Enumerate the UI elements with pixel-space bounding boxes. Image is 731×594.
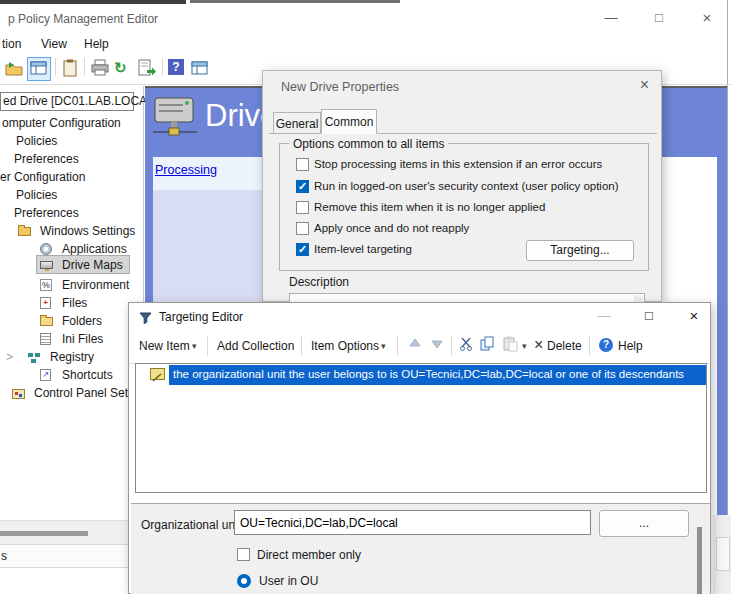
checkbox-label[interactable]: Stop processing items in this extension … — [314, 158, 602, 170]
tree-item-registry[interactable]: > Registry — [0, 348, 142, 366]
minimize-icon[interactable]: — — [589, 306, 619, 326]
move-up-icon[interactable] — [407, 336, 423, 356]
item-options-button[interactable]: Item Options — [311, 339, 379, 353]
copy-icon[interactable] — [480, 336, 495, 356]
checkbox-label[interactable]: Item-level targeting — [314, 243, 412, 255]
close-icon[interactable]: × — [679, 306, 709, 326]
direct-member-label[interactable]: Direct member only — [257, 548, 361, 562]
targeting-item-icon — [150, 368, 165, 380]
pane-right-blue-strip — [717, 157, 727, 515]
organizational-unit-input[interactable] — [234, 510, 591, 535]
checkbox-item-level-targeting[interactable] — [296, 243, 309, 256]
console-tree-toggle-icon[interactable] — [27, 57, 51, 81]
toolbar-separator — [397, 336, 398, 356]
tree-item-environment[interactable]: % Environment — [0, 276, 142, 294]
percent-icon: % — [40, 279, 52, 291]
checkbox-label[interactable]: Run in logged-on user's security context… — [314, 180, 619, 192]
toolbar-separator — [84, 58, 85, 76]
checkbox-label[interactable]: Remove this item when it is no longer ap… — [314, 201, 545, 213]
tree-hscrollbar-track[interactable] — [0, 520, 142, 545]
tree-item-ini-files[interactable]: Ini Files — [0, 330, 142, 348]
behind-window-edge-2 — [190, 0, 400, 3]
processing-strip: Processing — [153, 157, 262, 190]
tree-item-drive-maps[interactable]: Drive Maps — [0, 254, 142, 274]
checkbox-stop-processing[interactable] — [296, 158, 309, 171]
targeting-item-list[interactable]: the organizational unit the user belongs… — [135, 363, 707, 493]
targeting-rule-text[interactable]: the organizational unit the user belongs… — [173, 368, 684, 380]
maximize-button[interactable]: □ — [644, 8, 674, 28]
export-folder-icon[interactable] — [5, 59, 23, 77]
description-label: Description — [289, 275, 349, 289]
organizational-unit-label: Organizational unit — [141, 518, 241, 532]
chevron-down-icon[interactable]: ▾ — [192, 341, 197, 351]
help-icon[interactable]: ? — [599, 338, 613, 352]
toolbar-separator — [55, 58, 56, 76]
direct-member-checkbox[interactable] — [237, 548, 250, 561]
user-in-ou-radio[interactable] — [237, 574, 251, 588]
tree-item-folders[interactable]: Folders — [0, 312, 142, 330]
paste-icon[interactable] — [503, 336, 518, 356]
chevron-down-icon[interactable]: ▾ — [381, 341, 386, 351]
checkbox-remove-item[interactable] — [296, 201, 309, 214]
processing-link[interactable]: Processing — [155, 163, 217, 177]
tree-item-policies-2[interactable]: Policies — [0, 186, 142, 204]
refresh-icon[interactable]: ↻ — [114, 59, 132, 77]
tree-item-root[interactable]: ed Drive [DC01.LAB.LOCA — [0, 92, 142, 110]
tree-item-preferences[interactable]: Preferences — [0, 150, 142, 168]
print-icon[interactable] — [90, 59, 110, 77]
files-icon: + — [40, 297, 51, 309]
shortcuts-icon: ↗ — [40, 369, 51, 381]
window-title: p Policy Management Editor — [8, 12, 158, 26]
dialog-title: Targeting Editor — [159, 310, 243, 324]
dialog-title: New Drive Properties — [281, 80, 399, 94]
export-list-icon[interactable] — [137, 59, 156, 77]
tree-item-computer-configuration[interactable]: omputer Configuration — [0, 114, 142, 132]
checkbox-run-in-context[interactable] — [296, 180, 309, 193]
toolbar-separator — [162, 58, 163, 76]
close-button[interactable]: × — [692, 8, 722, 28]
partial-text: s — [1, 549, 7, 563]
delete-x-icon[interactable]: × — [534, 336, 543, 354]
checkbox-apply-once[interactable] — [296, 222, 309, 235]
cut-icon[interactable] — [459, 336, 474, 356]
details-vscrollbar-thumb[interactable] — [697, 527, 702, 594]
chevron-down-icon[interactable]: ▾ — [522, 341, 527, 351]
add-collection-button[interactable]: Add Collection — [217, 339, 294, 353]
menu-item-help[interactable]: Help — [84, 37, 109, 51]
toolbar-separator — [207, 336, 208, 356]
close-icon[interactable]: × — [640, 76, 649, 94]
tree-item-preferences-2[interactable]: Preferences — [0, 204, 142, 222]
targeting-button[interactable]: Targeting... — [526, 240, 634, 261]
expander-chevron-icon[interactable]: > — [6, 350, 13, 364]
tree-item-user-configuration[interactable]: er Configuration — [0, 168, 142, 186]
tab-common[interactable]: Common — [321, 109, 377, 134]
tree-item-files[interactable]: + Files — [0, 294, 142, 312]
maximize-icon[interactable]: □ — [634, 306, 664, 326]
minimize-button[interactable]: — — [596, 8, 626, 28]
tree-item-windows-settings[interactable]: Windows Settings — [0, 222, 142, 240]
new-window-icon[interactable] — [191, 59, 209, 77]
menu-item-action[interactable]: tion — [2, 37, 21, 51]
tab-general[interactable]: General — [273, 112, 321, 134]
control-panel-icon — [12, 389, 25, 399]
tree-item-policies[interactable]: Policies — [0, 132, 142, 150]
behind-scroll-corner — [713, 515, 731, 594]
checkbox-label[interactable]: Apply once and do not reapply — [314, 222, 469, 234]
browse-button[interactable]: ... — [599, 510, 689, 537]
help-icon[interactable]: ? — [168, 59, 184, 75]
targeting-editor-dialog: Targeting Editor — □ × New Item ▾ Add Co… — [128, 302, 711, 594]
targeting-list-row[interactable]: the organizational unit the user belongs… — [136, 365, 706, 385]
move-down-icon[interactable] — [429, 336, 445, 356]
registry-icon — [28, 353, 33, 357]
tree-hscrollbar-thumb[interactable] — [0, 531, 88, 536]
details-vscrollbar-track[interactable] — [693, 504, 705, 594]
new-item-button[interactable]: New Item — [139, 339, 190, 353]
user-in-ou-label[interactable]: User in OU — [259, 574, 318, 588]
targeting-toolbar: New Item ▾ Add Collection Item Options ▾ — [129, 330, 710, 364]
tree-item-shortcuts[interactable]: ↗ Shortcuts — [0, 366, 142, 384]
help-button[interactable]: Help — [618, 339, 643, 353]
delete-button[interactable]: Delete — [547, 339, 582, 353]
menu-item-view[interactable]: View — [41, 37, 67, 51]
clipboard-icon[interactable] — [61, 59, 79, 77]
tree-item-control-panel[interactable]: Control Panel Sett — [0, 384, 142, 402]
